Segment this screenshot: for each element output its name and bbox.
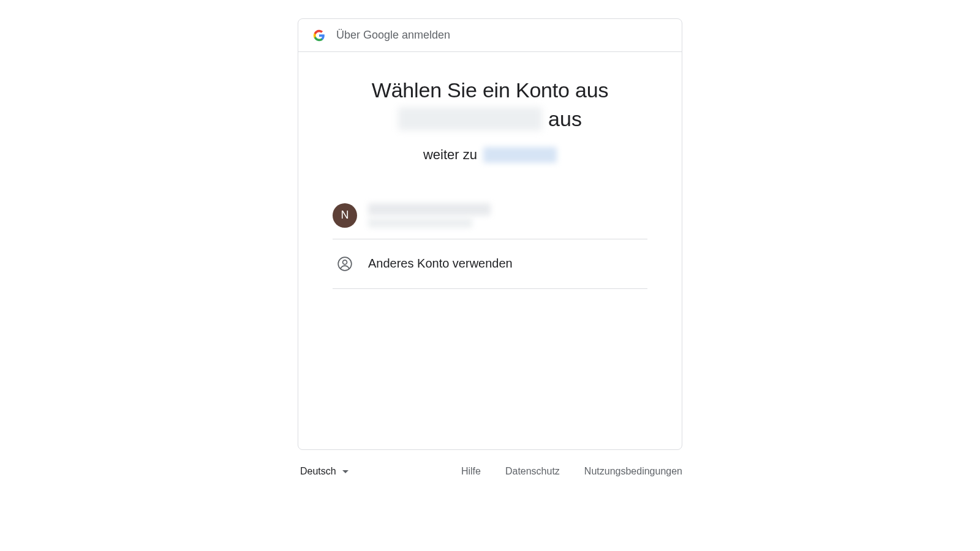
redacted-account-email bbox=[368, 218, 472, 228]
card-body: Wählen Sie ein Konto aus aus weiter zu N bbox=[298, 52, 682, 449]
language-selector[interactable]: Deutsch bbox=[298, 461, 351, 482]
footer: Deutsch Hilfe Datenschutz Nutzungsbeding… bbox=[298, 450, 682, 482]
account-info bbox=[368, 203, 491, 228]
svg-point-1 bbox=[343, 260, 347, 264]
redacted-app-name bbox=[483, 147, 557, 163]
signin-card: Über Google anmelden Wählen Sie ein Kont… bbox=[298, 18, 682, 450]
headline-domain-row: aus bbox=[333, 107, 647, 131]
use-other-account-label: Anderes Konto verwenden bbox=[368, 257, 513, 271]
language-label: Deutsch bbox=[300, 466, 336, 477]
terms-link[interactable]: Nutzungsbedingungen bbox=[584, 466, 682, 477]
use-other-account-row[interactable]: Anderes Konto verwenden bbox=[333, 239, 647, 289]
help-link[interactable]: Hilfe bbox=[461, 466, 481, 477]
privacy-link[interactable]: Datenschutz bbox=[505, 466, 560, 477]
google-logo-icon bbox=[313, 29, 325, 42]
chevron-down-icon bbox=[342, 470, 349, 473]
card-header-title: Über Google anmelden bbox=[336, 29, 450, 42]
avatar-initial: N bbox=[341, 209, 349, 222]
continue-prefix: weiter zu bbox=[423, 147, 477, 163]
redacted-account-name bbox=[368, 203, 491, 216]
account-list: N Anderes Konto verwenden bbox=[333, 192, 647, 289]
headline-suffix: aus bbox=[548, 107, 582, 131]
card-header: Über Google anmelden bbox=[298, 19, 682, 52]
avatar: N bbox=[333, 203, 357, 228]
redacted-domain bbox=[398, 107, 542, 130]
footer-links: Hilfe Datenschutz Nutzungsbedingungen bbox=[461, 466, 682, 477]
person-icon bbox=[333, 252, 357, 276]
continue-to-row: weiter zu bbox=[333, 147, 647, 163]
account-row[interactable]: N bbox=[333, 192, 647, 239]
choose-account-headline: Wählen Sie ein Konto aus bbox=[333, 77, 647, 105]
